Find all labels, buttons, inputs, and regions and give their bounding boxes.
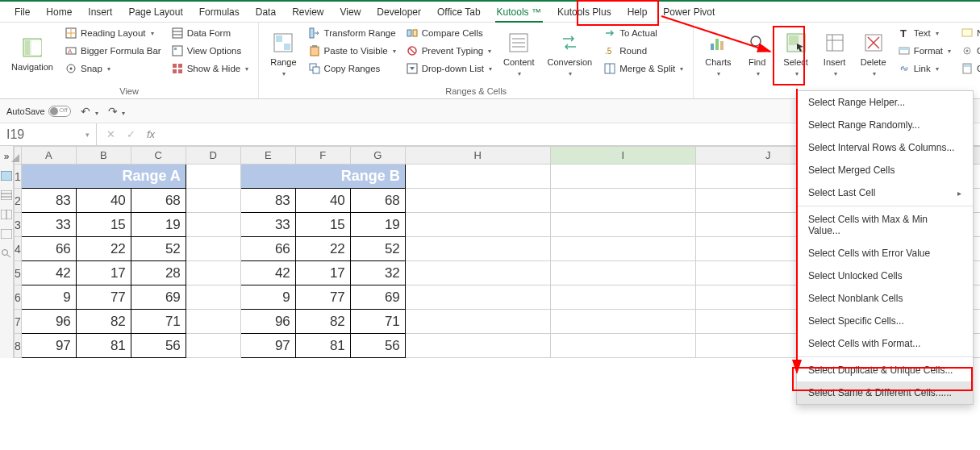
charts-button[interactable]: Charts▾ (700, 24, 736, 84)
cell[interactable]: 42 (240, 261, 295, 285)
bigger-formula-bar-button[interactable]: ABigger Formula Bar (61, 42, 165, 60)
cell[interactable]: 42 (21, 261, 76, 285)
cell[interactable] (550, 165, 695, 189)
cell[interactable] (405, 334, 550, 358)
cancel-formula-icon[interactable]: ✕ (106, 128, 115, 140)
cell[interactable]: 69 (131, 285, 186, 310)
cell[interactable]: 15 (295, 213, 350, 237)
cell[interactable]: 9 (21, 285, 76, 310)
cell[interactable]: 96 (240, 310, 295, 334)
compare-cells-button[interactable]: Compare Cells (402, 24, 495, 42)
delete-button[interactable]: Delete▾ (856, 24, 891, 84)
cell[interactable]: 33 (240, 213, 295, 237)
cell[interactable] (186, 285, 240, 310)
copy-ranges-button[interactable]: Copy Ranges (305, 60, 399, 77)
column-header[interactable]: G (350, 147, 405, 165)
menu-select-interval[interactable]: Select Interval Rows & Columns... (797, 136, 973, 159)
cell[interactable] (550, 189, 695, 213)
name-box[interactable]: I19 ▾ (0, 123, 97, 145)
column-header[interactable]: I (550, 147, 695, 165)
menu-view[interactable]: View (332, 3, 369, 21)
row-header[interactable]: 2 (15, 189, 22, 213)
reading-layout-button[interactable]: Reading Layout▾ (61, 24, 165, 42)
note-button[interactable]: Note (957, 24, 980, 42)
menu-insert[interactable]: Insert (80, 3, 120, 21)
cell[interactable]: 82 (295, 310, 350, 334)
cell[interactable]: 81 (295, 334, 350, 358)
merge-split-button[interactable]: Merge & Split▾ (600, 60, 686, 77)
cell[interactable] (550, 237, 695, 261)
cell[interactable] (186, 334, 240, 358)
side-tool-1[interactable] (0, 170, 13, 181)
menu-select-unlocked[interactable]: Select Unlocked Cells (797, 265, 973, 287)
row-header[interactable]: 6 (15, 285, 22, 310)
redo-button[interactable]: ↷ ▾ (108, 105, 126, 118)
find-button[interactable]: Find▾ (740, 24, 775, 84)
menu-formulas[interactable]: Formulas (191, 3, 248, 21)
cell[interactable]: 71 (131, 310, 186, 334)
to-actual-button[interactable]: To Actual (600, 24, 686, 42)
cell[interactable] (550, 213, 695, 237)
range-b-header[interactable]: Range B (240, 165, 405, 189)
transform-range-button[interactable]: Transform Range (305, 24, 399, 42)
cell[interactable] (550, 285, 695, 310)
column-header[interactable]: H (405, 147, 550, 165)
cell[interactable]: 32 (350, 261, 405, 285)
fx-icon[interactable]: fx (147, 128, 155, 140)
cell[interactable]: 83 (21, 189, 76, 213)
cell[interactable] (186, 213, 240, 237)
cell[interactable]: 19 (131, 213, 186, 237)
text-button[interactable]: TText▾ (895, 24, 954, 42)
cell[interactable]: 96 (21, 310, 76, 334)
link-button[interactable]: Link▾ (895, 60, 954, 77)
menu-kutools[interactable]: Kutools ™ (489, 3, 549, 21)
round-button[interactable]: .5Round (600, 42, 686, 60)
side-tool-4[interactable] (0, 228, 13, 240)
cell[interactable] (186, 261, 240, 285)
cell[interactable]: 81 (76, 334, 131, 358)
menu-select-error[interactable]: Select Cells with Error Value (797, 242, 973, 265)
column-header[interactable]: B (76, 147, 131, 165)
side-tool-3[interactable] (0, 209, 13, 220)
menu-select-specific[interactable]: Select Specific Cells... (797, 310, 973, 332)
menu-data[interactable]: Data (248, 3, 284, 21)
cell[interactable]: 22 (76, 237, 131, 261)
menu-developer[interactable]: Developer (369, 3, 429, 21)
data-form-button[interactable]: Data Form (168, 24, 252, 42)
cell[interactable]: 52 (350, 237, 405, 261)
column-header[interactable]: E (240, 147, 295, 165)
row-header[interactable]: 4 (15, 237, 22, 261)
cell[interactable] (186, 310, 240, 334)
menu-select-last-cell[interactable]: Select Last Cell▸ (797, 181, 973, 204)
column-header[interactable]: A (21, 147, 76, 165)
menu-help[interactable]: Help (619, 3, 656, 21)
menu-select-nonblank[interactable]: Select Nonblank Cells (797, 287, 973, 310)
select-all-corner[interactable] (15, 147, 22, 165)
cell[interactable]: 68 (131, 189, 186, 213)
prevent-typing-button[interactable]: Prevent Typing▾ (402, 42, 495, 60)
show-hide-button[interactable]: Show & Hide▾ (168, 60, 252, 77)
cell[interactable]: 28 (131, 261, 186, 285)
cell[interactable]: 17 (76, 261, 131, 285)
menu-select-max-min[interactable]: Select Cells with Max & Min Value... (797, 208, 973, 242)
cell[interactable]: 56 (350, 334, 405, 358)
cell[interactable] (405, 165, 550, 189)
cell[interactable]: 22 (295, 237, 350, 261)
cell[interactable]: 83 (240, 189, 295, 213)
menu-file[interactable]: File (6, 3, 38, 21)
cell[interactable]: 66 (21, 237, 76, 261)
menu-select-merged[interactable]: Select Merged Cells (797, 159, 973, 181)
cell[interactable]: 17 (295, 261, 350, 285)
cell[interactable]: 69 (350, 285, 405, 310)
paste-to-visible-button[interactable]: Paste to Visible▾ (305, 42, 399, 60)
cell[interactable]: 40 (76, 189, 131, 213)
menu-kutools-plus[interactable]: Kutools Plus (549, 3, 619, 21)
row-header[interactable]: 1 (15, 165, 22, 189)
cell[interactable] (186, 189, 240, 213)
range-button[interactable]: Range▾ (265, 24, 301, 84)
cell[interactable] (186, 237, 240, 261)
cell[interactable] (405, 213, 550, 237)
cell[interactable] (405, 237, 550, 261)
cell[interactable]: 9 (240, 285, 295, 310)
cell[interactable]: 82 (76, 310, 131, 334)
